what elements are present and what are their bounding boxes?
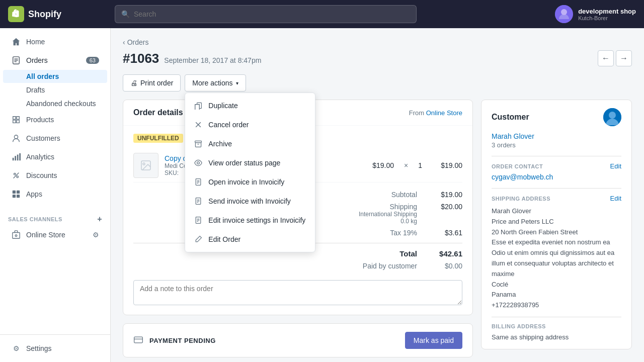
sidebar-item-online-store[interactable]: Online Store ⚙ xyxy=(3,226,107,243)
shipping-edit-link[interactable]: Edit xyxy=(610,195,621,202)
subtotal-value: $19.00 xyxy=(427,191,462,199)
svg-rect-43 xyxy=(134,337,143,343)
prev-button[interactable]: ← xyxy=(598,50,614,66)
next-button[interactable]: → xyxy=(616,50,632,66)
products-icon xyxy=(11,115,21,125)
customers-icon xyxy=(11,133,21,143)
shipping-address: Marah Glover Price and Peters LLC 20 Nor… xyxy=(492,206,621,311)
sidebar-item-settings[interactable]: ⚙ Settings xyxy=(3,339,107,357)
svg-rect-26 xyxy=(196,143,201,147)
note-field[interactable] xyxy=(133,280,462,305)
page-title-area: #1063 September 18, 2017 at 8:47pm xyxy=(123,51,261,66)
invoicify-icon xyxy=(193,177,203,187)
billing-address-label: BILLING ADDRESS xyxy=(492,323,546,329)
shop-sub: Kutch-Borer xyxy=(578,15,636,21)
dropdown-item-open-invoice[interactable]: Open invoice in Invoicify xyxy=(185,172,315,192)
sidebar-item-discounts[interactable]: Discounts xyxy=(3,166,107,185)
print-order-button[interactable]: 🖨 Print order xyxy=(123,74,181,92)
sidebar-item-products[interactable]: Products xyxy=(3,111,107,129)
sidebar-item-label: Analytics xyxy=(26,153,54,161)
more-actions-button[interactable]: More actions ▾ xyxy=(185,74,246,92)
page-title: #1063 xyxy=(123,51,159,66)
dropdown-item-send-invoice[interactable]: Send invoice with Invoicify xyxy=(185,192,315,211)
online-store-settings-icon[interactable]: ⚙ xyxy=(93,231,99,239)
invoicify-settings-icon xyxy=(193,215,203,225)
contact-email[interactable]: cygav@mobweb.ch xyxy=(492,173,621,181)
product-image xyxy=(133,153,158,178)
tax-value: $3.61 xyxy=(427,229,462,237)
sidebar-item-orders[interactable]: Orders 63 xyxy=(3,51,107,69)
home-icon xyxy=(11,37,21,47)
svg-rect-14 xyxy=(13,191,16,194)
sales-channels-header: SALES CHANNELS + xyxy=(0,210,110,226)
sidebar-item-label: Discounts xyxy=(26,171,57,179)
search-container[interactable]: 🔍 xyxy=(115,5,417,23)
back-icon: ‹ xyxy=(123,38,125,46)
svg-point-49 xyxy=(609,112,616,119)
paid-value: $0.00 xyxy=(427,262,462,270)
sidebar-sub-all-orders[interactable]: All orders xyxy=(3,70,107,83)
sidebar-item-label: Home xyxy=(26,38,45,46)
svg-rect-15 xyxy=(17,191,20,194)
source-link[interactable]: Online Store xyxy=(426,109,462,117)
dropdown-item-archive[interactable]: Archive xyxy=(185,134,315,153)
online-store-icon xyxy=(11,230,21,240)
svg-point-6 xyxy=(14,135,18,139)
payment-pending-card: PAYMENT PENDING Mark as paid xyxy=(123,323,473,357)
svg-rect-7 xyxy=(13,158,14,160)
settings-label: Settings xyxy=(26,344,52,352)
sidebar-sub-drafts[interactable]: Drafts xyxy=(3,83,107,97)
sidebar-item-apps[interactable]: Apps xyxy=(3,185,107,203)
subtotal-label: Subtotal xyxy=(306,191,417,199)
sidebar-sub-abandoned[interactable]: Abandoned checkouts xyxy=(3,97,107,110)
sidebar-item-customers[interactable]: Customers xyxy=(3,129,107,147)
contact-edit-link[interactable]: Edit xyxy=(610,162,621,170)
dropdown-item-duplicate[interactable]: Duplicate xyxy=(185,96,315,115)
svg-rect-8 xyxy=(15,156,16,160)
sidebar-item-home[interactable]: Home xyxy=(3,33,107,51)
online-store-label: Online Store xyxy=(26,231,88,239)
archive-icon xyxy=(193,139,203,149)
breadcrumb-label: Orders xyxy=(127,38,149,46)
svg-rect-16 xyxy=(13,195,16,198)
line-total: $19.00 xyxy=(432,161,462,169)
shop-info: development shop Kutch-Borer xyxy=(578,8,636,21)
orders-icon xyxy=(11,55,21,65)
mark-as-paid-button[interactable]: Mark as paid xyxy=(405,332,462,349)
dropdown-item-edit-order[interactable]: Edit Order xyxy=(185,230,315,249)
svg-point-28 xyxy=(197,162,200,164)
paid-label: Paid by customer xyxy=(306,262,417,270)
dropdown-item-view-status[interactable]: View order status page xyxy=(185,153,315,172)
customer-name[interactable]: Marah Glover xyxy=(492,132,621,140)
svg-rect-21 xyxy=(195,105,200,110)
shipping-method: International Shipping xyxy=(306,211,417,218)
search-input[interactable] xyxy=(134,10,410,18)
page-header: #1063 September 18, 2017 at 8:47pm ← → xyxy=(123,50,632,66)
svg-point-11 xyxy=(14,173,16,175)
add-sales-channel-icon[interactable]: + xyxy=(97,215,102,224)
shipping-label: Shipping xyxy=(306,203,417,211)
edit-icon xyxy=(193,234,203,244)
breadcrumb[interactable]: ‹ Orders xyxy=(123,38,632,46)
from-source: From Online Store xyxy=(409,109,462,117)
shopify-logo[interactable]: Shopify xyxy=(8,6,109,22)
dropdown-item-edit-invoice-settings[interactable]: Edit invoice settings in Invoicify xyxy=(185,211,315,230)
payment-pending-label: PAYMENT PENDING xyxy=(149,337,216,344)
shop-name: development shop xyxy=(578,8,636,15)
sidebar-item-analytics[interactable]: Analytics xyxy=(3,148,107,166)
main-content: ‹ Orders #1063 September 18, 2017 at 8:4… xyxy=(111,0,644,362)
order-details-title: Order details xyxy=(133,108,183,117)
topnav-right: development shop Kutch-Borer xyxy=(555,5,636,23)
shopify-wordmark: Shopify xyxy=(28,9,61,20)
quantity: 1 xyxy=(418,161,422,169)
topnav: Shopify 🔍 development shop Kutch-Borer xyxy=(0,0,644,28)
svg-point-12 xyxy=(17,176,19,178)
search-icon: 🔍 xyxy=(121,10,130,18)
cancel-icon xyxy=(193,120,203,130)
billing-address: Same as shipping address xyxy=(492,333,621,341)
svg-point-19 xyxy=(15,235,17,237)
more-actions-dropdown: More actions ▾ Duplicate xyxy=(185,74,246,92)
unit-price: $19.00 xyxy=(372,161,394,169)
dropdown-item-cancel[interactable]: Cancel order xyxy=(185,115,315,134)
times-icon: × xyxy=(404,161,408,169)
